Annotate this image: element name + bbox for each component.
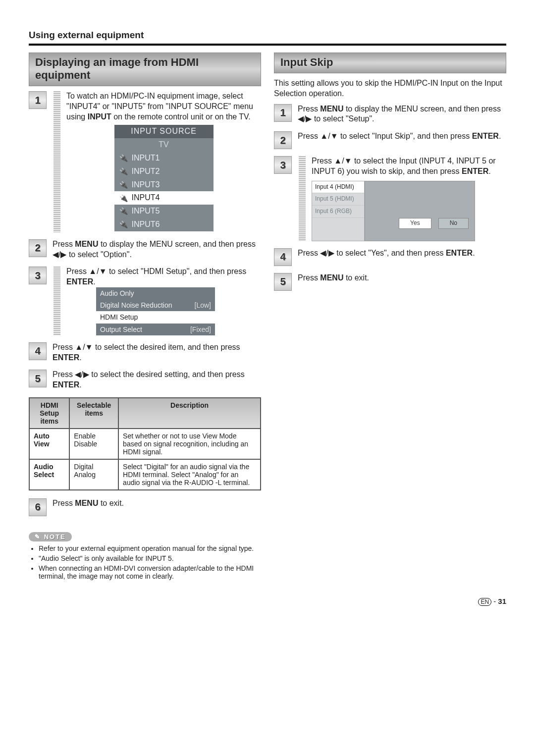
input-source-item[interactable]: 🔌INPUT5 xyxy=(114,205,214,218)
arrow-icons: ◀/▶ xyxy=(298,114,312,123)
step-text: Press ◀/▶ to select the desired setting,… xyxy=(53,370,261,390)
skip-list-item[interactable]: Input 6 (RGB) xyxy=(312,206,364,218)
keyword: MENU xyxy=(320,105,343,113)
label: INPUT4 xyxy=(132,193,160,203)
lang-badge: EN xyxy=(478,598,491,606)
arrow-icons: ◀/▶ xyxy=(320,249,334,257)
keyword: ENTER xyxy=(53,353,79,362)
menu-row[interactable]: Digital Noise Reduction[Low] xyxy=(96,299,215,311)
text: . xyxy=(499,132,501,140)
input-source-item-selected[interactable]: 🔌INPUT4 xyxy=(114,191,214,205)
arrow-icons: ▲/▼ xyxy=(334,157,352,165)
step-number-badge: 1 xyxy=(274,104,292,122)
left-step-6: 6 Press MENU to exit. xyxy=(29,498,261,516)
text: Press xyxy=(53,240,75,248)
plug-icon: 🔌 xyxy=(119,167,128,176)
step-text: Press MENU to exit. xyxy=(53,498,261,509)
input-source-item[interactable]: TV xyxy=(114,138,214,152)
step-number-badge: 5 xyxy=(274,273,292,291)
step-number-badge: 3 xyxy=(29,267,47,284)
text: to exit. xyxy=(98,499,124,507)
table-row: Auto View Enable Disable Set whether or … xyxy=(29,429,261,459)
step-number-badge: 2 xyxy=(29,239,47,257)
step-text: Press ▲/▼ to select "Input Skip", and th… xyxy=(298,131,506,142)
input-source-item[interactable]: 🔌INPUT3 xyxy=(114,178,214,192)
keyword: ENTER xyxy=(53,380,79,389)
step-text: Press ▲/▼ to select the Input (INPUT 4, … xyxy=(312,156,506,241)
cell: Set whether or not to use View Mode base… xyxy=(118,429,261,459)
table-header: Description xyxy=(118,398,261,429)
text: to display the MENU screen, and then pre… xyxy=(98,240,256,248)
page-header: Using external equipment xyxy=(29,30,506,46)
right-step-4: 4 Press ◀/▶ to select "Yes", and then pr… xyxy=(274,248,506,266)
step-text: Press ◀/▶ to select "Yes", and then pres… xyxy=(298,248,506,259)
step-number-badge: 4 xyxy=(29,342,47,360)
keyword: MENU xyxy=(320,273,343,282)
text: to select "Input Skip", and then press xyxy=(338,132,472,140)
note-item: "Audio Select" is only available for INP… xyxy=(39,554,261,562)
keyword: ENTER xyxy=(446,249,473,257)
text: Press xyxy=(312,157,334,165)
vertical-stripe xyxy=(54,91,60,232)
table-header: HDMI Setup items xyxy=(29,398,69,429)
vertical-stripe xyxy=(299,156,306,241)
text: Press xyxy=(53,499,75,507)
text: Press xyxy=(298,105,320,113)
yes-button[interactable]: Yes xyxy=(399,218,431,229)
label: Digital Noise Reduction xyxy=(100,301,172,310)
text: Press xyxy=(53,370,75,378)
keyword: INPUT xyxy=(88,112,111,121)
menu-row-selected[interactable]: HDMI Setup xyxy=(96,311,215,323)
hdmi-setup-menu: Audio Only Digital Noise Reduction[Low] … xyxy=(96,287,215,335)
note-item: When connecting an HDMI-DVI conversion a… xyxy=(39,564,261,580)
intro-text: This setting allows you to skip the HDMI… xyxy=(274,78,506,99)
cell: Select "Digital" for an audio signal via… xyxy=(118,459,261,490)
hdmi-setup-table: HDMI Setup items Selectable items Descri… xyxy=(29,397,261,490)
arrow-icons: ▲/▼ xyxy=(75,343,93,351)
input-source-item[interactable]: 🔌INPUT2 xyxy=(114,165,214,178)
label: Output Select xyxy=(100,325,142,334)
no-button[interactable]: No xyxy=(438,218,469,229)
text: on the remote control unit or on the TV. xyxy=(111,112,251,121)
vertical-stripe xyxy=(54,267,60,335)
plug-icon: 🔌 xyxy=(119,220,128,229)
text: Press xyxy=(53,343,75,351)
page-number: 31 xyxy=(498,597,506,605)
text: Press xyxy=(298,273,320,282)
text: to select "Yes", and then press xyxy=(334,249,446,257)
input-skip-list: Input 4 (HDMI) Input 5 (HDMI) Input 6 (R… xyxy=(312,181,365,241)
input-skip-panel: Yes No xyxy=(365,181,475,241)
step-number-badge: 2 xyxy=(274,131,292,149)
text: Press xyxy=(66,267,89,275)
table-header: Selectable items xyxy=(69,398,118,429)
step-text: Press ▲/▼ to select the desired item, an… xyxy=(53,342,261,363)
input-source-item[interactable]: 🔌INPUT6 xyxy=(114,218,214,231)
right-column: Input Skip This setting allows you to sk… xyxy=(274,53,506,582)
plug-icon: 🔌 xyxy=(119,180,128,189)
plug-icon: 🔌 xyxy=(119,207,128,216)
step-text: Press ▲/▼ to select "HDMI Setup", and th… xyxy=(66,267,261,335)
cell: Digital Analog xyxy=(69,459,118,490)
skip-list-item[interactable]: Input 5 (HDMI) xyxy=(312,193,364,206)
text: to exit. xyxy=(343,273,369,282)
cell: Audio Select xyxy=(29,459,69,490)
step-text: To watch an HDMI/PC-IN equipment image, … xyxy=(66,91,261,232)
right-step-2: 2 Press ▲/▼ to select "Input Skip", and … xyxy=(274,131,506,149)
skip-list-item-selected[interactable]: Input 4 (HDMI) xyxy=(312,181,364,194)
label: Auto View xyxy=(34,432,50,448)
text: to display the MENU screen, and then pre… xyxy=(343,105,501,113)
menu-row[interactable]: Output Select[Fixed] xyxy=(96,324,215,335)
arrow-icons: ◀/▶ xyxy=(53,250,66,259)
plug-icon: 🔌 xyxy=(119,154,128,162)
text: Press xyxy=(298,132,320,140)
right-step-5: 5 Press MENU to exit. xyxy=(274,273,506,291)
keyword: ENTER xyxy=(472,132,499,140)
text: . xyxy=(93,277,95,286)
input-source-item[interactable]: 🔌INPUT1 xyxy=(114,152,214,165)
label: INPUT6 xyxy=(132,219,160,230)
step-number-badge: 3 xyxy=(274,156,292,174)
keyword: ENTER xyxy=(462,167,488,175)
menu-row[interactable]: Audio Only xyxy=(96,287,215,299)
step-number-badge: 6 xyxy=(29,498,47,516)
text: Press xyxy=(298,249,320,257)
